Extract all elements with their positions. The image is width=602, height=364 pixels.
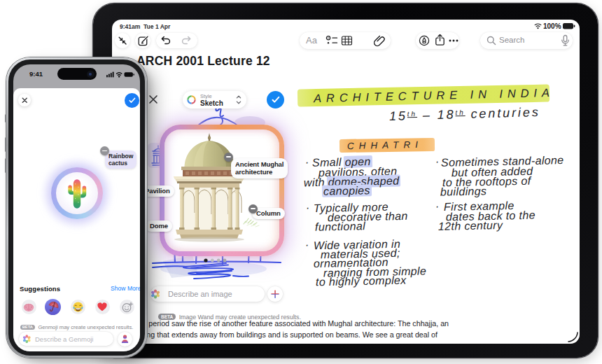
svg-text:100%: 100%: [543, 22, 561, 30]
